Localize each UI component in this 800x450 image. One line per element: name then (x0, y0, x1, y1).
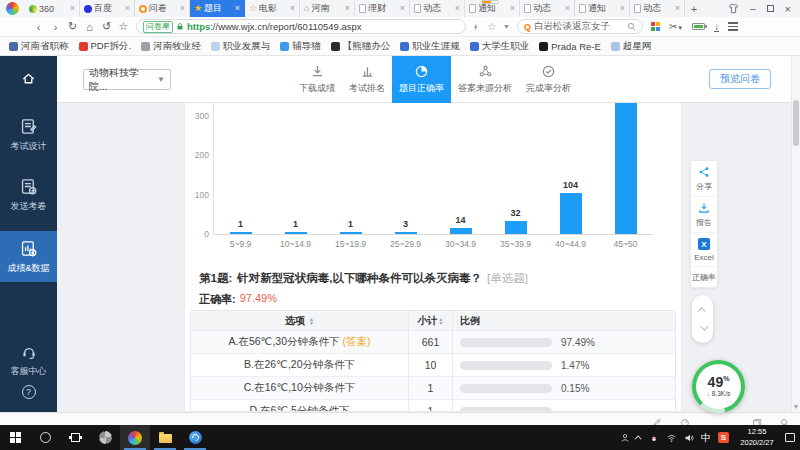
tab-answer-source[interactable]: 答案来源分析 (451, 56, 519, 103)
browser-tab[interactable]: 通知× (575, 0, 630, 17)
sort-icon[interactable]: ▲▼ (439, 317, 444, 325)
menu-hamburger-icon[interactable] (728, 22, 738, 31)
tab-close-icon[interactable]: × (70, 4, 75, 13)
tab-close-icon[interactable]: × (620, 4, 625, 13)
chart-column[interactable] (598, 103, 653, 234)
wifi-icon[interactable] (666, 433, 677, 443)
blue-app-button[interactable] (180, 425, 210, 450)
bookmark-item[interactable]: PDF拆分. (79, 40, 132, 53)
new-tab-button[interactable]: + (685, 3, 703, 15)
col-header-count[interactable]: 小计▲▼ (409, 311, 453, 330)
tab-completion-rate[interactable]: 完成率分析 (519, 56, 578, 103)
accuracy-tool-button[interactable]: 正确率 (691, 266, 717, 287)
downloads-icon[interactable]: ↓ (714, 22, 719, 32)
minimize-icon[interactable]: – (750, 4, 756, 14)
sidebar-item-scores-data[interactable]: 成绩&数据 (0, 231, 57, 282)
tab-close-icon[interactable]: × (290, 4, 295, 13)
bookmark-item[interactable]: Prada Re-E (539, 41, 601, 52)
bookmark-star-icon[interactable]: ☆ (487, 21, 496, 32)
survey-selector-dropdown[interactable]: 动物科技学院... ▼ (83, 69, 171, 90)
pinwheel-app-button[interactable] (90, 425, 120, 450)
bookmark-item[interactable]: 大学生职业 (470, 40, 530, 53)
sidebar-item-send-paper[interactable]: 发送考卷 (0, 169, 57, 220)
chart-column[interactable]: 1 (268, 103, 323, 234)
tab-close-icon[interactable]: × (675, 4, 680, 13)
task-view-button[interactable] (60, 425, 90, 450)
search-box[interactable]: Q 白岩松谈返京女子 (517, 19, 643, 34)
skin-theme-icon[interactable] (728, 3, 739, 14)
scrollbar-thumb[interactable] (793, 100, 799, 146)
refresh-icon[interactable]: ↻ (64, 20, 81, 33)
bookmark-item[interactable]: 职业生涯规 (400, 40, 460, 53)
start-button[interactable] (0, 425, 30, 450)
search-icon[interactable] (627, 22, 636, 31)
sort-icon[interactable]: ▲▼ (309, 317, 314, 325)
sidebar-item-support[interactable]: 客服中心 (0, 335, 57, 385)
address-bar[interactable]: 问卷星 https://www.wjx.cn/report/60110549.a… (136, 19, 466, 34)
browser-tab[interactable]: ★题目× (190, 0, 245, 17)
tab-close-icon[interactable]: × (345, 4, 350, 13)
page-scrollbar[interactable] (791, 56, 800, 412)
restore-tab-icon[interactable]: ↺ (98, 20, 115, 33)
browser-tab[interactable]: ⌂河南× (300, 0, 355, 17)
tab-exam-ranking[interactable]: 考试排名 (342, 56, 392, 103)
chart-column[interactable]: 14 (433, 103, 488, 234)
option-row[interactable]: A.在56℃,30分钟条件下(答案)66197.49% (191, 330, 675, 353)
battery-saver-icon[interactable] (692, 23, 705, 30)
ime-language-indicator[interactable]: 中 (701, 431, 711, 445)
bookmark-item[interactable]: 职业发展与 (211, 40, 271, 53)
screenshot-scissors-icon[interactable]: ✂▼ (669, 21, 683, 32)
bookmark-item[interactable]: 辅导猫 (280, 40, 321, 53)
hidden-icons-chevron[interactable] (635, 435, 642, 442)
cortana-button[interactable] (30, 425, 60, 450)
chart-column[interactable]: 1 (213, 103, 268, 234)
scrollbar-down-arrow[interactable] (794, 405, 798, 409)
browser-tab[interactable]: 百度× (80, 0, 135, 17)
browser-logo-icon[interactable] (6, 2, 19, 15)
chart-column[interactable]: 32 (488, 103, 543, 234)
taskbar-clock[interactable]: 12:55 2020/2/27 (736, 427, 778, 447)
option-row[interactable]: D.在6℃,5分钟条件下1 (191, 399, 675, 412)
search-query[interactable]: 白岩松谈返京女子 (534, 20, 624, 33)
chart-column[interactable]: 1 (323, 103, 378, 234)
browser-tab[interactable]: 360× (25, 0, 80, 17)
tab-close-icon[interactable]: × (235, 4, 240, 13)
close-window-icon[interactable]: × (785, 3, 791, 15)
col-header-option[interactable]: 选项▲▼ (191, 311, 409, 330)
share-button[interactable]: 分享 (691, 161, 717, 196)
sidebar-item-exam-design[interactable]: 考试设计 (0, 109, 57, 160)
tab-close-icon[interactable]: × (565, 4, 570, 13)
tab-close-icon[interactable]: × (125, 4, 130, 13)
sidebar-home-button[interactable] (0, 56, 57, 100)
browser-tab[interactable]: 动态× (630, 0, 685, 17)
browser-tab[interactable]: 理财× (355, 0, 410, 17)
chevron-down-icon[interactable] (700, 322, 708, 330)
speaker-icon[interactable] (684, 433, 694, 443)
bookmark-item[interactable]: 超星网 (611, 40, 652, 53)
file-explorer-button[interactable] (150, 425, 180, 450)
report-button[interactable]: 报告 (691, 196, 717, 232)
chart-column[interactable]: 104 (543, 103, 598, 234)
tab-close-icon[interactable]: × (510, 4, 515, 13)
option-row[interactable]: B.在26℃,20分钟条件下101.47% (191, 353, 675, 376)
apps-grid-icon[interactable] (651, 22, 660, 31)
people-icon[interactable] (620, 433, 630, 443)
help-question-icon[interactable]: ? (22, 385, 36, 399)
bookmark-item[interactable]: 河南省职称 (9, 40, 69, 53)
home-icon[interactable]: ⌂ (81, 21, 98, 33)
tab-question-accuracy[interactable]: 题目正确率 (392, 56, 451, 103)
tab-close-icon[interactable]: × (400, 4, 405, 13)
browser-tab[interactable]: 动态× (520, 0, 575, 17)
excel-button[interactable]: X Excel (691, 232, 717, 266)
favorites-star-icon[interactable]: ☆ (115, 20, 132, 33)
dropdown-caret-icon[interactable]: ▼ (503, 23, 510, 30)
qq-penguin-icon[interactable] (649, 432, 659, 443)
sogou-ime-icon[interactable]: S (718, 432, 729, 443)
browser-tab[interactable]: 通知× (465, 0, 520, 17)
browser-tab[interactable]: 问卷× (135, 0, 190, 17)
browser-tab[interactable]: 动态× (410, 0, 465, 17)
action-center-icon[interactable] (785, 433, 795, 442)
tab-close-icon[interactable]: × (180, 4, 185, 13)
download-progress-gauge[interactable]: 49% ↓ 8.3K/s (692, 360, 745, 413)
maximize-icon[interactable] (767, 5, 774, 12)
